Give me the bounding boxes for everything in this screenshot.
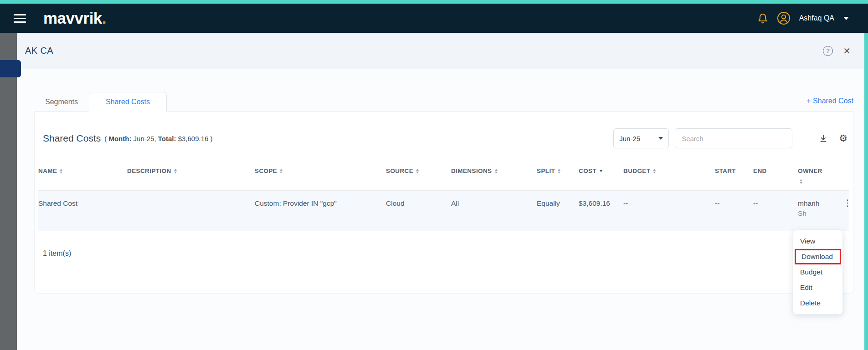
meta-paren-open: ( bbox=[104, 135, 107, 142]
frame-right-accent bbox=[864, 33, 868, 350]
month-filter-value: Jun-25 bbox=[619, 135, 640, 142]
download-table-icon[interactable] bbox=[819, 134, 828, 143]
total-value: $3,609.16 bbox=[178, 135, 209, 142]
tab-shared-costs[interactable]: Shared Costs bbox=[89, 92, 167, 112]
cell-end: -- bbox=[753, 191, 798, 231]
sort-icon[interactable] bbox=[495, 169, 498, 173]
panel-meta: ( Month: Jun-25, Total: $3,609.16 ) bbox=[104, 135, 212, 142]
column-header-source: SOURCE bbox=[386, 160, 451, 190]
total-label: Total: bbox=[158, 135, 176, 142]
month-filter-select[interactable]: Jun-25 bbox=[613, 128, 669, 148]
menu-item-download[interactable]: Download bbox=[795, 249, 841, 264]
help-icon[interactable]: ? bbox=[823, 46, 833, 56]
card-toolbar: Shared Costs ( Month: Jun-25, Total: $3,… bbox=[38, 112, 849, 160]
menu-item-edit[interactable]: Edit bbox=[793, 280, 842, 295]
logo-dot: . bbox=[102, 9, 106, 27]
column-header-start: START bbox=[715, 160, 753, 190]
sort-icon[interactable] bbox=[653, 169, 656, 173]
drawer-title: AK CA bbox=[25, 46, 53, 56]
user-name[interactable]: Ashfaq QA bbox=[799, 14, 834, 22]
column-header-split: SPLIT bbox=[537, 160, 579, 190]
drawer-header: AK CA ? ✕ bbox=[17, 33, 864, 69]
column-header-end: END bbox=[753, 160, 798, 190]
user-menu-caret-icon[interactable] bbox=[843, 17, 849, 20]
sort-icon[interactable] bbox=[60, 169, 62, 173]
cell-name: Shared Cost bbox=[38, 191, 127, 231]
shared-costs-table: NAME DESCRIPTION SCOPE SOURCE bbox=[38, 160, 849, 278]
tab-segments[interactable]: Segments bbox=[34, 92, 89, 112]
page-dim-overlay bbox=[0, 33, 17, 350]
cell-owner: mharih Sh bbox=[798, 191, 838, 231]
app-logo: mavvrik. bbox=[43, 9, 106, 27]
drawer-header-icons: ? ✕ bbox=[823, 46, 851, 56]
tabs-row: Segments Shared Costs + Shared Cost bbox=[34, 92, 853, 112]
add-shared-cost-button[interactable]: + Shared Cost bbox=[806, 97, 853, 112]
shared-costs-drawer: AK CA ? ✕ Segments Shared Costs + Shared… bbox=[17, 33, 864, 350]
column-header-budget: BUDGET bbox=[623, 160, 715, 190]
close-icon[interactable]: ✕ bbox=[843, 46, 851, 56]
user-avatar-icon[interactable] bbox=[776, 11, 791, 25]
cell-start: -- bbox=[715, 191, 753, 231]
cell-split: Equally bbox=[537, 191, 579, 231]
sort-icon[interactable] bbox=[280, 169, 282, 173]
select-caret-icon bbox=[658, 137, 663, 140]
column-header-name: NAME bbox=[38, 160, 127, 190]
gear-icon[interactable]: ⚙ bbox=[839, 134, 847, 143]
hamburger-menu-icon[interactable] bbox=[14, 12, 26, 25]
cell-source: Cloud bbox=[386, 191, 451, 231]
top-navbar: mavvrik. Ashfaq QA bbox=[0, 4, 868, 33]
menu-item-delete[interactable]: Delete bbox=[793, 295, 842, 311]
cell-cost: $3,609.16 bbox=[579, 191, 615, 231]
shared-costs-card: Shared Costs ( Month: Jun-25, Total: $3,… bbox=[34, 112, 853, 294]
owner-name: mharih bbox=[798, 199, 819, 207]
search-input[interactable] bbox=[675, 128, 792, 148]
logo-text: mavvrik bbox=[43, 9, 102, 27]
column-header-cost: COST bbox=[579, 160, 623, 190]
column-header-scope: SCOPE bbox=[255, 160, 386, 190]
background-sidebar-item bbox=[0, 60, 21, 77]
row-actions-menu: View Download Budget Edit Delete bbox=[793, 230, 843, 314]
app-viewport: mavvrik. Ashfaq QA AK CA bbox=[0, 0, 868, 350]
menu-item-budget[interactable]: Budget bbox=[793, 264, 842, 280]
row-actions-kebab-icon[interactable]: ⋮ bbox=[838, 191, 857, 231]
cell-description bbox=[127, 191, 255, 231]
owner-name-overflow: Sh bbox=[798, 208, 835, 218]
column-header-owner: OWNER bbox=[798, 160, 838, 190]
cell-budget: -- bbox=[623, 191, 715, 231]
menu-item-view[interactable]: View bbox=[793, 233, 842, 249]
table-footer-count: 1 item(s) bbox=[38, 231, 849, 278]
column-header-actions bbox=[838, 160, 857, 190]
column-header-dimensions: DIMENSIONS bbox=[451, 160, 537, 190]
notifications-bell-icon[interactable] bbox=[757, 12, 768, 24]
sort-icon[interactable] bbox=[416, 169, 419, 173]
sort-descending-icon[interactable] bbox=[599, 170, 603, 172]
drawer-body: Segments Shared Costs + Shared Cost Shar… bbox=[17, 69, 864, 294]
month-label: Month: bbox=[108, 135, 131, 142]
cell-dimensions: All bbox=[451, 191, 537, 231]
meta-paren-close: ) bbox=[211, 135, 213, 142]
panel-heading: Shared Costs bbox=[43, 133, 101, 144]
table-row[interactable]: Shared Cost Custom: Provider IN "gcp" Cl… bbox=[38, 190, 849, 231]
table-header-row: NAME DESCRIPTION SCOPE SOURCE bbox=[38, 160, 849, 190]
sort-icon[interactable] bbox=[800, 179, 802, 184]
toolbar-controls: Jun-25 ⚙ bbox=[613, 128, 847, 148]
sort-icon[interactable] bbox=[558, 169, 560, 173]
navbar-right-group: Ashfaq QA bbox=[757, 11, 849, 25]
sort-icon[interactable] bbox=[174, 169, 177, 173]
column-header-description: DESCRIPTION bbox=[127, 160, 255, 190]
month-value: Jun-25, bbox=[134, 135, 156, 142]
cell-scope: Custom: Provider IN "gcp" bbox=[255, 191, 386, 231]
frame-top-accent bbox=[0, 0, 868, 4]
